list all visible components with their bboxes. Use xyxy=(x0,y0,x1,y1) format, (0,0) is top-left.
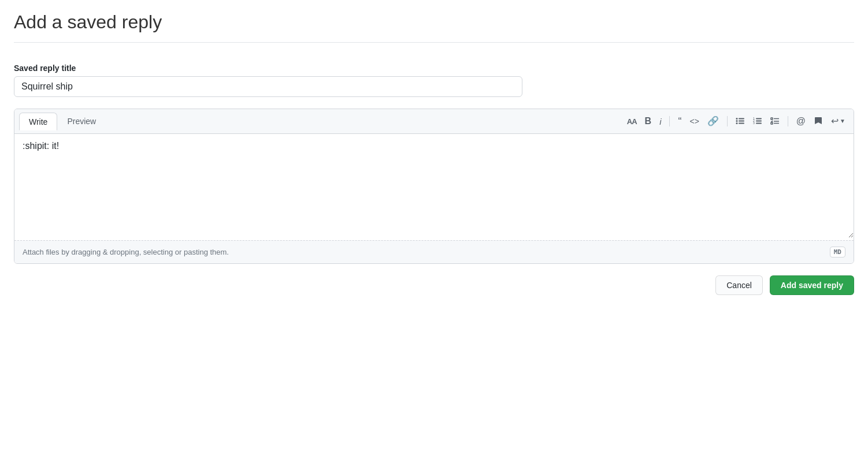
separator-2 xyxy=(727,116,728,126)
editor-textarea[interactable]: :shipit: it! xyxy=(14,134,854,238)
heading-button[interactable]: AA xyxy=(624,115,640,128)
svg-rect-7 xyxy=(756,118,762,119)
attach-hint: Attach files by dragging & dropping, sel… xyxy=(23,248,229,256)
svg-text:3: 3 xyxy=(753,121,755,124)
link-button[interactable]: 🔗 xyxy=(704,114,722,128)
cancel-button[interactable]: Cancel xyxy=(715,275,763,295)
svg-point-0 xyxy=(736,118,737,120)
bullet-list-icon xyxy=(736,116,745,127)
reply-dropdown-icon: ▼ xyxy=(840,118,845,124)
link-icon: 🔗 xyxy=(707,117,719,126)
svg-rect-12 xyxy=(771,118,773,120)
editor-body: :shipit: it! xyxy=(14,134,854,240)
bold-icon: B xyxy=(645,117,652,126)
md-badge: MD xyxy=(830,247,845,258)
mention-button[interactable]: @ xyxy=(793,114,809,128)
code-icon: <> xyxy=(689,117,699,125)
separator-1 xyxy=(669,116,670,126)
editor-container: Write Preview AA B i “ <> xyxy=(14,109,854,264)
tab-preview[interactable]: Preview xyxy=(57,113,106,130)
tab-group: Write Preview xyxy=(19,113,106,130)
svg-point-4 xyxy=(736,122,737,124)
svg-rect-15 xyxy=(771,122,773,124)
bookmark-icon xyxy=(814,116,823,127)
svg-rect-1 xyxy=(739,118,744,119)
form-container: Saved reply title Write Preview AA B i xyxy=(14,52,854,307)
task-list-button[interactable] xyxy=(767,114,783,129)
toolbar-icons: AA B i “ <> 🔗 xyxy=(624,114,849,129)
heading-icon: AA xyxy=(627,118,637,125)
bookmark-button[interactable] xyxy=(810,114,826,129)
svg-rect-11 xyxy=(756,122,762,124)
task-list-icon xyxy=(770,116,780,127)
italic-button[interactable]: i xyxy=(656,115,665,128)
bold-button[interactable]: B xyxy=(641,114,655,128)
mention-icon: @ xyxy=(796,117,806,126)
svg-rect-3 xyxy=(739,120,744,121)
code-button[interactable]: <> xyxy=(686,115,702,128)
svg-rect-5 xyxy=(739,122,744,124)
separator-3 xyxy=(788,116,788,126)
quote-button[interactable]: “ xyxy=(674,114,685,129)
svg-rect-9 xyxy=(756,120,762,121)
tab-write[interactable]: Write xyxy=(19,113,57,130)
svg-point-2 xyxy=(736,120,737,122)
editor-toolbar: Write Preview AA B i “ <> xyxy=(14,109,854,134)
reply-button[interactable]: ↩ ▼ xyxy=(828,114,849,128)
reply-icon: ↩ xyxy=(831,117,839,126)
italic-icon: i xyxy=(659,117,661,126)
title-field-label: Saved reply title xyxy=(14,64,854,73)
title-input[interactable] xyxy=(14,76,522,97)
quote-icon: “ xyxy=(678,116,681,126)
bullet-list-button[interactable] xyxy=(732,114,748,129)
submit-button[interactable]: Add saved reply xyxy=(770,275,854,295)
editor-footer: Attach files by dragging & dropping, sel… xyxy=(14,240,854,263)
actions-row: Cancel Add saved reply xyxy=(14,273,854,295)
numbered-list-button[interactable]: 1 2 3 xyxy=(750,114,766,129)
page-title: Add a saved reply xyxy=(14,12,854,43)
numbered-list-icon: 1 2 3 xyxy=(753,116,762,127)
